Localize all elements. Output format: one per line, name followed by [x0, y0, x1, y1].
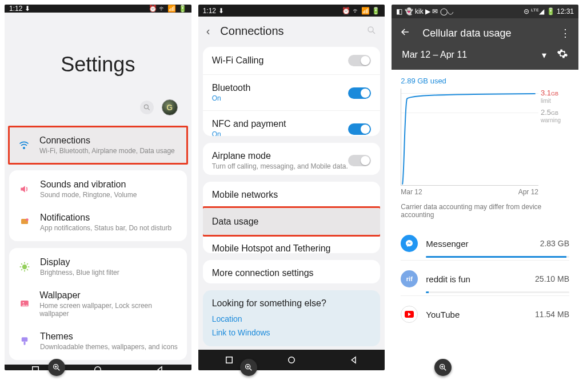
nav-recent-icon[interactable]: [224, 355, 234, 365]
settings-item-themes[interactable]: Themes Downloadable themes, wallpapers, …: [9, 325, 187, 358]
rif-icon: rif: [401, 270, 418, 287]
alt-link-location[interactable]: Location: [212, 314, 372, 323]
item-sub: Downloadable themes, wallpapers, and ico…: [40, 343, 178, 351]
item-sub: Home screen wallpaper, Lock screen wallp…: [39, 302, 179, 318]
zoom-icon[interactable]: [434, 359, 452, 376]
warn-unit: GB: [551, 110, 558, 116]
item-title: Display: [40, 257, 119, 267]
item-title: Notifications: [40, 213, 171, 223]
image-icon: [17, 299, 31, 309]
settings-item-connections[interactable]: Connections Wi-Fi, Bluetooth, Airplane m…: [10, 127, 186, 163]
nav-bar: [5, 365, 191, 370]
date-range-selector[interactable]: Mar 12 – Apr 11 ▾: [392, 48, 578, 70]
svg-line-29: [250, 369, 252, 371]
svg-point-4: [26, 218, 29, 221]
search-icon[interactable]: [366, 25, 377, 38]
row-hotspot[interactable]: Mobile Hotspot and Tethering: [203, 235, 381, 253]
settings-item-display[interactable]: Display Brightness, Blue light filter: [9, 250, 187, 283]
avatar[interactable]: [162, 99, 178, 115]
app-name: reddit is fun: [426, 274, 470, 284]
svg-line-25: [58, 369, 60, 371]
svg-line-11: [27, 269, 28, 270]
item-sub: App notifications, Status bar, Do not di…: [40, 224, 171, 232]
row-wifi-calling[interactable]: Wi-Fi Calling: [203, 47, 381, 74]
looking-for-card: Looking for something else? Location Lin…: [203, 290, 381, 346]
settings-item-sounds[interactable]: Sounds and vibration Sound mode, Rington…: [9, 173, 187, 206]
nav-recent-icon[interactable]: [30, 365, 41, 370]
menu-icon[interactable]: ⋮: [560, 27, 570, 39]
svg-rect-22: [226, 357, 233, 363]
settings-item-notifications[interactable]: Notifications App notifications, Status …: [9, 206, 187, 239]
row-nfc[interactable]: NFC and payment On: [203, 110, 381, 136]
page-title: Settings: [5, 53, 191, 77]
limit-label: limit: [541, 98, 551, 104]
app-list: Messenger 2.83 GB rif reddit is fun 25.1…: [401, 227, 569, 331]
header-bar: ‹ Connections: [198, 17, 385, 43]
svg-point-2: [23, 147, 25, 149]
download-icon: ⬇: [218, 7, 224, 15]
nav-home-icon[interactable]: [93, 365, 103, 370]
connections-card: More connection settings: [203, 260, 381, 283]
phone-connections: 1:12⬇ ⏰ ᯤ 📶 🔋 ‹ Connections Wi-Fi Callin…: [198, 5, 385, 370]
row-bluetooth[interactable]: Bluetooth On: [203, 74, 381, 110]
toggle-bluetooth[interactable]: [348, 87, 371, 99]
toggle-airplane[interactable]: [348, 155, 371, 166]
status-time: 1:12: [203, 7, 216, 15]
row-title: Airplane mode: [212, 151, 348, 161]
usage-line: [401, 89, 538, 186]
app-value: 2.83 GB: [540, 239, 569, 248]
nav-back-icon[interactable]: [155, 365, 165, 370]
item-title: Connections: [39, 135, 175, 146]
row-status: On: [212, 130, 286, 136]
status-icons-right: ⊝ ᴸᵀᴱ◢ 🔋 12:31: [524, 7, 574, 15]
zoom-icon[interactable]: [240, 359, 257, 376]
toggle-nfc[interactable]: [348, 123, 371, 135]
item-sub: Wi-Fi, Bluetooth, Airplane mode, Data us…: [39, 147, 175, 155]
app-name: Messenger: [426, 239, 468, 249]
usage-chart: 3.1GB limit 2.5GB warning: [401, 89, 538, 186]
alt-title: Looking for something else?: [212, 298, 372, 309]
row-title: More connection settings: [212, 268, 314, 278]
toggle-wifi-calling[interactable]: [348, 55, 371, 66]
zoom-icon[interactable]: [48, 359, 65, 376]
nav-bar: [198, 350, 385, 370]
connections-card: Airplane mode Turn off calling, messagin…: [203, 143, 381, 175]
svg-line-13: [27, 263, 28, 265]
svg-point-20: [368, 27, 373, 32]
settings-item-connections-highlight: Connections Wi-Fi, Bluetooth, Airplane m…: [8, 126, 188, 165]
app-row-youtube[interactable]: YouTube 11.54 MB: [401, 298, 569, 331]
item-sub: Sound mode, Ringtone, Volume: [40, 191, 137, 199]
item-title: Wallpaper: [39, 290, 179, 301]
svg-point-19: [95, 367, 101, 370]
settings-item-wallpaper[interactable]: Wallpaper Home screen wallpaper, Lock sc…: [9, 283, 187, 325]
app-bar-rif: [426, 291, 569, 293]
date-range-label: Mar 12 – Apr 11: [402, 50, 467, 60]
gear-icon[interactable]: [557, 48, 568, 62]
svg-point-5: [23, 265, 27, 269]
svg-point-23: [289, 357, 295, 363]
page-title: Cellular data usage: [422, 27, 511, 39]
limit-unit: GB: [551, 91, 558, 97]
back-icon[interactable]: ‹: [206, 25, 210, 38]
messenger-icon: [401, 235, 418, 252]
dropdown-icon: ▾: [542, 50, 546, 61]
status-bar: 1:12⬇ ⏰ ᯤ 📶 🔋: [5, 5, 191, 13]
nav-back-icon[interactable]: [349, 355, 359, 365]
svg-line-10: [21, 263, 22, 265]
row-airplane[interactable]: Airplane mode Turn off calling, messagin…: [203, 143, 381, 175]
back-icon[interactable]: [400, 26, 411, 40]
usage-body: 2.89 GB used 3.1GB limit 2.5GB warning M…: [392, 70, 578, 331]
status-icons: ⏰ ᯤ 📶 🔋: [149, 5, 187, 13]
app-name: YouTube: [426, 310, 460, 319]
row-data-usage[interactable]: Data usage: [203, 208, 381, 235]
row-title: Mobile Hotspot and Tethering: [212, 243, 331, 253]
volume-icon: [17, 183, 32, 195]
alt-link-windows[interactable]: Link to Windows: [212, 328, 372, 337]
nav-home-icon[interactable]: [286, 355, 297, 365]
row-status: On: [212, 94, 251, 102]
phone-data-usage: ◧ 👻 kik ▶ ✉ ◯◡ ⊝ ᴸᵀᴱ◢ 🔋 12:31 Cellular d…: [392, 5, 578, 370]
row-more-settings[interactable]: More connection settings: [203, 260, 381, 283]
search-icon[interactable]: [140, 101, 154, 114]
item-title: Sounds and vibration: [40, 179, 137, 190]
row-mobile-networks[interactable]: Mobile networks: [203, 182, 381, 208]
